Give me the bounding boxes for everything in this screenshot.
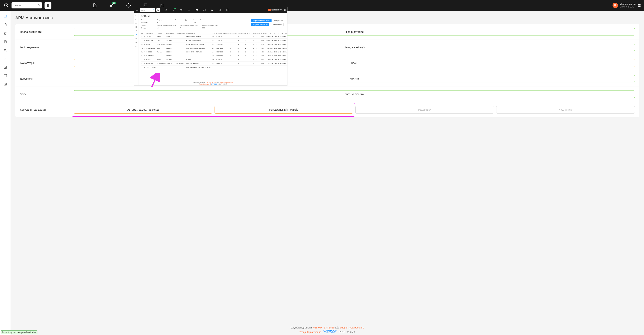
filter-value[interactable]: 7 xyxy=(180,27,198,29)
table-header[interactable]: Од.▾ xyxy=(212,32,215,35)
edit-icon[interactable]: ✎ xyxy=(144,44,145,45)
table-header[interactable]: -2 xyxy=(274,32,278,35)
sidebar-doc-icon[interactable] xyxy=(4,40,7,44)
filter-value[interactable]: 200 xyxy=(202,27,218,29)
sidebar-users-icon[interactable] xyxy=(4,48,7,52)
table-cell: 1 xyxy=(252,54,256,58)
table-header[interactable]: -5 xyxy=(285,32,287,35)
overlay-stats-icon[interactable] xyxy=(203,9,206,11)
ov-sb-list[interactable]: ≡ xyxy=(136,45,138,47)
filter-value[interactable]: Склад xyxy=(141,27,152,29)
overlay-bank-icon[interactable]: 🏛 xyxy=(156,8,160,12)
import-button[interactable]: Імпорт з xlsx xyxy=(273,19,285,22)
table-header[interactable] xyxy=(143,32,146,35)
section-button[interactable]: Розрахунок Міні-Максів xyxy=(214,106,353,114)
overlay-file-icon[interactable] xyxy=(226,9,229,11)
table-header[interactable]: Найменування▾ xyxy=(186,32,212,35)
edit-icon[interactable]: ✎ xyxy=(144,63,145,64)
edit-icon[interactable]: ✎ xyxy=(144,36,145,38)
ov-sb-bag[interactable]: ▱ xyxy=(136,22,138,24)
table-header[interactable]: Max▾ xyxy=(256,32,260,35)
sidebar-chart-icon[interactable] xyxy=(4,57,7,61)
ov-sb-doc[interactable]: ▤ xyxy=(136,26,138,28)
save-button[interactable]: Зберегти Міні-Макси xyxy=(251,23,269,26)
overlay-gear-icon[interactable] xyxy=(180,9,183,11)
table-header[interactable]: 0 xyxy=(266,32,270,35)
agreement-link[interactable]: Угода Користувача xyxy=(299,330,321,333)
edit-icon[interactable]: ✎ xyxy=(144,55,145,57)
table-header[interactable]: № xyxy=(141,32,143,35)
table-header[interactable]: Код товару▾ xyxy=(146,32,157,35)
table-cell: Корок масляного піддона xyxy=(186,43,212,46)
overlay-search-input[interactable] xyxy=(141,10,152,11)
support-email[interactable]: support@carbook.pro xyxy=(340,326,364,329)
svg-point-13 xyxy=(4,49,5,50)
filter-value[interactable]: 1 xyxy=(176,21,189,24)
overlay-key-icon[interactable]: 12 xyxy=(172,9,175,11)
sidebar-dashboard-icon[interactable] xyxy=(4,15,7,19)
table-cell: A xyxy=(237,35,245,39)
filter-value[interactable]: 12 xyxy=(157,27,176,29)
new-doc-icon[interactable] xyxy=(92,3,98,8)
table-header[interactable]: -1 xyxy=(270,32,274,35)
support-phone[interactable]: +38(044) 334-5889 xyxy=(313,326,334,329)
table-header[interactable]: Клас ABC▾ xyxy=(237,32,245,35)
table-header[interactable]: Бренд▾ xyxy=(157,32,166,35)
ov-sb-add[interactable]: ⊞ xyxy=(136,38,138,39)
edit-icon[interactable]: ✎ xyxy=(144,51,145,53)
sidebar-speedometer-icon[interactable] xyxy=(4,23,7,27)
edit-icon[interactable]: ✎ xyxy=(144,47,145,49)
ov-sb-users[interactable]: ☺ xyxy=(136,30,138,32)
gear-icon[interactable] xyxy=(126,3,131,8)
ov-sb-dashboard[interactable]: ▢ xyxy=(136,15,138,16)
edit-icon[interactable]: ✎ xyxy=(144,40,145,41)
overlay-receipt-icon[interactable] xyxy=(218,9,221,11)
overlay-avatar[interactable]: R xyxy=(268,9,271,11)
table-header[interactable]: Постачальник▾ xyxy=(176,32,186,35)
section-button[interactable]: XYZ аналіз xyxy=(496,106,635,114)
table-header[interactable]: Клас XYZ▾ xyxy=(245,32,252,35)
table-header[interactable]: Група товару▾ xyxy=(166,32,176,35)
edit-icon[interactable]: ✎ xyxy=(144,67,145,68)
sidebar-add-doc-icon[interactable] xyxy=(4,65,7,69)
section-button[interactable]: Надлишки xyxy=(356,106,494,114)
table-header[interactable]: -4 xyxy=(281,32,285,35)
sidebar-grid-icon[interactable] xyxy=(4,74,7,78)
ov-sb-grid[interactable]: ▦ xyxy=(136,41,138,43)
table-header[interactable]: -3 xyxy=(278,32,281,35)
overlay-newdoc-icon[interactable] xyxy=(165,9,168,11)
filter-value[interactable]: 1% xyxy=(193,21,205,24)
table-cell: ✎ xyxy=(143,66,146,69)
table-cell: 1 xyxy=(230,46,237,50)
filter-value[interactable]: 2024-10-10 xyxy=(141,21,152,24)
sidebar-list-icon[interactable] xyxy=(4,82,7,86)
table-header[interactable]: Ø / міс.▾ xyxy=(260,32,266,35)
search-input[interactable] xyxy=(14,4,37,7)
key-icon[interactable]: 12 xyxy=(109,3,114,8)
svg-rect-7 xyxy=(640,4,640,5)
table-header[interactable]: На складі / Доступно▾ xyxy=(215,32,230,35)
filter-value[interactable]: 0 xyxy=(157,21,171,24)
overlay-apps-icon[interactable]: ▦ xyxy=(284,9,286,11)
bank-button[interactable] xyxy=(44,2,52,9)
overlay-search[interactable]: 🔍 xyxy=(140,8,155,12)
ov-sb-chart[interactable]: ⇗ xyxy=(136,34,138,36)
overlay-money-icon[interactable] xyxy=(211,9,214,11)
edit-icon[interactable]: ✎ xyxy=(144,59,145,61)
table-header[interactable]: Min▾ xyxy=(252,32,256,35)
overlay-sliders-icon[interactable] xyxy=(188,9,190,11)
search-box[interactable] xyxy=(12,2,42,9)
export-button[interactable]: Експорт в xlsx xyxy=(270,23,284,26)
section-button[interactable]: Звіти керівника xyxy=(74,90,635,98)
calc-button[interactable]: Розрахувати Міні-Макси xyxy=(251,19,271,22)
table-cell: 1000000 xyxy=(166,39,176,43)
ov-sb-speed[interactable]: ◔ xyxy=(136,18,138,20)
table-cell: ✎ xyxy=(143,62,146,66)
apps-grid-icon[interactable] xyxy=(638,4,641,7)
table-header[interactable]: Кратність▾ xyxy=(230,32,237,35)
sidebar-bag-icon[interactable] xyxy=(4,32,7,35)
table-cell: 0.00 xyxy=(285,50,287,54)
section-button[interactable]: Автомат. замов. на склад xyxy=(74,106,212,114)
avatar[interactable]: R xyxy=(612,3,618,8)
overlay-calendar-icon[interactable] xyxy=(196,9,198,11)
